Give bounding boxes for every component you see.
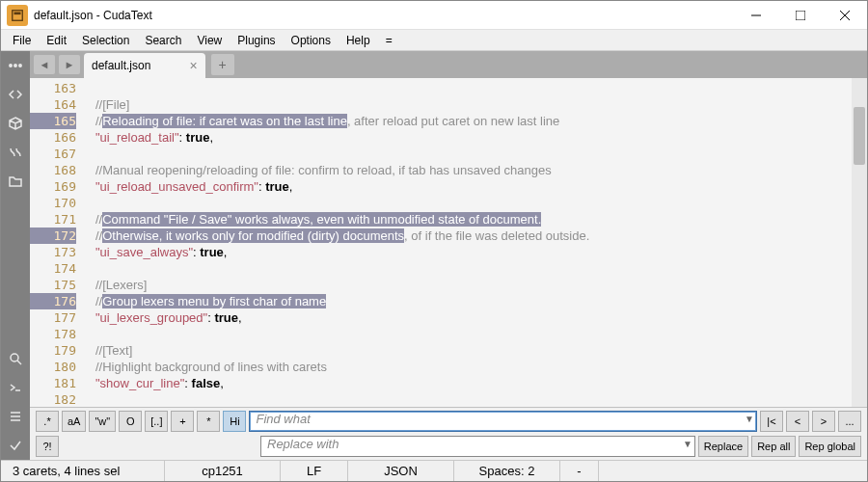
code-area[interactable]: //[File]//Reloading of file: if caret wa… [86,78,867,407]
tab-label: default.json [92,59,150,72]
box-icon[interactable] [1,109,30,138]
tab-prev-button[interactable]: ◄ [34,55,55,74]
status-carets: 3 carets, 4 lines sel [1,461,165,481]
svg-point-6 [10,65,12,67]
replace-placeholder: Replace with [267,437,339,451]
search-opt-5[interactable]: + [171,411,194,432]
tabbar: ◄ ► default.json × + [30,51,867,78]
tab-next-button[interactable]: ► [59,55,80,74]
editor[interactable]: 1631641651661671681691701711721731741751… [30,78,867,407]
statusbar: 3 carets, 4 lines sel cp1251 LF JSON Spa… [1,460,867,481]
svg-point-8 [19,65,21,67]
status-lexer[interactable]: JSON [348,461,454,481]
menu-view[interactable]: View [189,32,230,49]
app-icon [7,5,28,26]
search-nav-2[interactable]: > [812,411,835,432]
svg-line-10 [17,361,21,364]
svg-point-7 [14,65,16,67]
delta-icon[interactable] [1,138,30,167]
replace-input[interactable]: Replace with ▼ [260,436,695,457]
minimize-button[interactable] [734,1,778,30]
menu-edit[interactable]: Edit [39,32,74,49]
replace-toggle-button[interactable]: ?! [36,436,59,457]
svg-rect-1 [14,12,21,14]
new-tab-button[interactable]: + [211,54,234,75]
status-encoding[interactable]: cp1251 [165,461,281,481]
svg-point-9 [11,354,18,362]
search-action-0[interactable]: Replace [698,436,748,457]
console-icon[interactable] [1,373,30,402]
menu-plugins[interactable]: Plugins [230,32,283,49]
menu-search[interactable]: Search [137,32,189,49]
tab-close-icon[interactable]: × [189,58,197,73]
menu-help[interactable]: Help [339,32,378,49]
code-icon[interactable] [1,80,30,109]
svg-rect-0 [13,10,23,20]
menu-icon[interactable] [1,51,30,80]
search-nav-3[interactable]: ... [838,411,861,432]
line-gutter: 1631641651661671681691701711721731741751… [30,78,86,407]
find-placeholder: Find what [256,412,310,426]
menu-options[interactable]: Options [284,32,339,49]
search-opt-1[interactable]: aA [62,411,86,432]
tab-default-json[interactable]: default.json × [84,53,205,78]
menu-=[interactable]: = [378,32,400,49]
status-line-ends[interactable]: LF [281,461,348,481]
svg-rect-3 [796,11,805,20]
search-nav-1[interactable]: < [786,411,809,432]
scrollbar-thumb[interactable] [854,107,865,165]
search-action-2[interactable]: Rep global [799,436,861,457]
titlebar: default.json - CudaText [1,1,867,30]
close-button[interactable] [823,1,867,30]
search-opt-2[interactable]: "w" [89,411,116,432]
folder-icon[interactable] [1,167,30,196]
menubar: FileEditSelectionSearchViewPluginsOption… [1,30,867,51]
menu-file[interactable]: File [5,32,39,49]
search-opt-7[interactable]: Hi [223,411,246,432]
search-opt-3[interactable]: O [119,411,142,432]
check-icon[interactable] [1,431,30,460]
search-opt-6[interactable]: * [197,411,220,432]
sidebar [1,51,30,460]
maximize-button[interactable] [778,1,823,30]
search-panel: .*aA"w"O[..]+*Hi Find what ▼ |<<>... ?! … [30,407,867,460]
menu-selection[interactable]: Selection [74,32,137,49]
status-spaces[interactable]: Spaces: 2 [454,461,560,481]
search-opt-4[interactable]: [..] [145,411,168,432]
status-dash: - [560,461,599,481]
search-action-1[interactable]: Rep all [751,436,796,457]
search-opt-0[interactable]: .* [36,411,59,432]
search-icon[interactable] [1,344,30,373]
vertical-scrollbar[interactable] [852,78,867,407]
find-input[interactable]: Find what ▼ [249,411,757,432]
dropdown-icon[interactable]: ▼ [683,439,692,449]
list-icon[interactable] [1,402,30,431]
search-nav-0[interactable]: |< [760,411,783,432]
window-title: default.json - CudaText [34,9,734,22]
dropdown-icon[interactable]: ▼ [745,414,754,424]
